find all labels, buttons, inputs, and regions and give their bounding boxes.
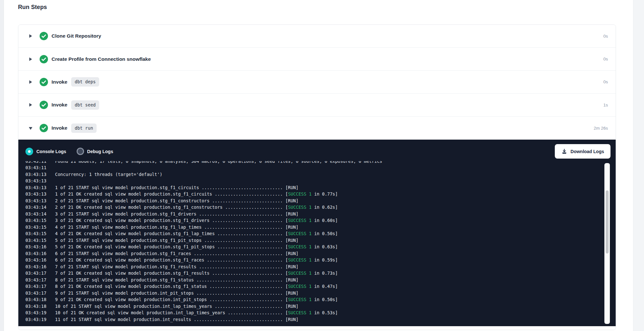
right-page-gutter [633, 0, 644, 331]
log-line: 03:43:165 of 21 OK created sql view mode… [25, 244, 616, 250]
chevron-right-icon[interactable] [28, 103, 33, 107]
step-duration: 2m 26s [594, 126, 608, 131]
console-toolbar: Console Logs Debug Logs Download Logs [18, 140, 616, 160]
log-line: 03:43:1911 of 21 START sql view model pr… [25, 316, 616, 323]
download-icon [561, 148, 567, 154]
success-check-icon [40, 124, 48, 132]
step-label: Create Profile from Connection snowflake [52, 56, 151, 62]
log-line: 03:43:132 of 21 START sql view model pro… [25, 198, 616, 204]
step-row-invoke-dbt-seed[interactable]: Invoke dbt seed 1s [18, 94, 616, 116]
chevron-right-icon[interactable] [28, 34, 33, 39]
log-line: 03:43:143 of 21 START sql view model pro… [25, 211, 616, 217]
log-line: 03:43:142 of 21 OK created sql view mode… [25, 204, 616, 211]
step-row-invoke-dbt-run[interactable]: Invoke dbt run 2m 26s [18, 117, 616, 140]
log-line: 03:43:131 of 21 START sql view model pro… [25, 184, 616, 191]
console-scrollbar-track[interactable] [604, 163, 610, 324]
log-line: 03:43:11Found 21 models, 17 tests, 0 sna… [25, 161, 616, 165]
console-scrollbar-thumb[interactable] [606, 190, 609, 253]
chevron-right-icon[interactable] [28, 57, 33, 61]
step-duration: 1s [603, 103, 608, 107]
debug-logs-radio[interactable]: Debug Logs [77, 148, 113, 155]
log-line: 03:43:166 of 21 OK created sql view mode… [25, 257, 616, 263]
log-line: 03:43:131 of 21 OK created sql view mode… [25, 191, 616, 198]
log-line: 03:43:178 of 21 OK created sql view mode… [25, 283, 616, 290]
step-duration: 0s [603, 34, 608, 39]
log-line: 03:43:153 of 21 OK created sql view mode… [25, 217, 616, 224]
step-duration: 0s [603, 79, 608, 84]
step-row-invoke-dbt-deps[interactable]: Invoke dbt deps 0s [18, 71, 616, 94]
step-label: Invoke [52, 79, 67, 85]
log-line: 03:43:13 [25, 178, 616, 184]
console-logs-radio[interactable]: Console Logs [25, 148, 66, 155]
command-badge: dbt deps [71, 77, 99, 87]
card-bottom-padding [18, 326, 616, 330]
console-log-output[interactable]: 03:43:11Found 21 models, 17 tests, 0 sna… [18, 161, 616, 326]
log-line: 03:43:177 of 21 OK created sql view mode… [25, 270, 616, 277]
log-line: 03:43:13Concurrency: 1 threads (target='… [25, 171, 616, 178]
log-lines-container: 03:43:11Found 21 models, 17 tests, 0 sna… [25, 161, 616, 323]
log-line: 03:43:178 of 21 START sql view model pro… [25, 277, 616, 283]
log-line: 03:43:189 of 21 OK created sql view mode… [25, 296, 616, 303]
success-check-icon [40, 78, 48, 86]
chevron-right-icon[interactable] [28, 79, 33, 84]
run-steps-card: Clone Git Repository 0s Create Profile f… [18, 24, 616, 330]
step-label: Clone Git Repository [52, 33, 101, 39]
step-row-create-profile[interactable]: Create Profile from Connection snowflake… [18, 48, 616, 70]
log-line: 03:43:1810 of 21 START sql view model pr… [25, 303, 616, 310]
radio-label: Debug Logs [87, 149, 113, 154]
command-badge: dbt run [71, 124, 97, 133]
page-title: Run Steps [18, 4, 47, 11]
log-line: 03:43:154 of 21 START sql view model pro… [25, 224, 616, 231]
log-line: 03:43:167 of 21 START sql view model pro… [25, 263, 616, 270]
console-log-panel: Console Logs Debug Logs Download Logs 03… [18, 140, 616, 326]
log-line: 03:43:179 of 21 START sql view model pro… [25, 290, 616, 297]
success-check-icon [40, 32, 48, 40]
step-duration: 0s [603, 57, 608, 61]
chevron-down-icon[interactable] [28, 126, 33, 131]
radio-label: Console Logs [36, 149, 66, 154]
success-check-icon [40, 55, 48, 63]
log-line: 03:43:1910 of 21 OK created sql view mod… [25, 309, 616, 316]
radio-unselected-icon [77, 148, 84, 155]
command-badge: dbt seed [71, 100, 99, 110]
download-logs-button[interactable]: Download Logs [555, 144, 611, 159]
log-line: 03:43:166 of 21 START sql view model pro… [25, 250, 616, 257]
step-row-clone-git-repository[interactable]: Clone Git Repository 0s [18, 25, 616, 48]
log-line: 03:43:154 of 21 OK created sql view mode… [25, 230, 616, 237]
step-label: Invoke [52, 125, 67, 131]
success-check-icon [40, 101, 48, 109]
left-page-gutter [0, 0, 4, 331]
download-button-label: Download Logs [571, 149, 604, 154]
radio-selected-icon [25, 148, 33, 155]
log-line: 03:43:11 [25, 164, 616, 171]
log-line: 03:43:155 of 21 START sql view model pro… [25, 237, 616, 244]
step-label: Invoke [52, 102, 67, 108]
